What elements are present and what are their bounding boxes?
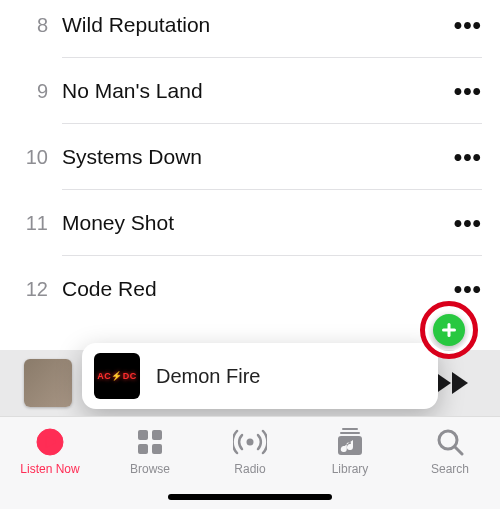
plus-icon: [441, 322, 457, 338]
now-playing-toast[interactable]: AC⚡DC Demon Fire: [82, 343, 438, 409]
more-icon[interactable]: •••: [446, 11, 482, 39]
track-row[interactable]: 9 No Man's Land •••: [0, 58, 482, 124]
track-number: 9: [0, 80, 62, 103]
track-row[interactable]: 11 Money Shot •••: [0, 190, 482, 256]
toast-artwork-text: AC⚡DC: [97, 371, 137, 381]
tab-label: Search: [431, 462, 469, 476]
more-icon[interactable]: •••: [446, 77, 482, 105]
track-number: 12: [0, 278, 62, 301]
tab-label: Radio: [234, 462, 265, 476]
add-button-annotation: [420, 301, 478, 359]
track-row[interactable]: 8 Wild Reputation •••: [0, 0, 482, 58]
search-icon: [436, 426, 464, 458]
svg-rect-5: [138, 444, 148, 454]
toast-artwork: AC⚡DC: [94, 353, 140, 399]
track-title: Money Shot: [62, 211, 446, 235]
svg-rect-3: [138, 430, 148, 440]
now-playing-artwork[interactable]: [24, 359, 72, 407]
radio-icon: [233, 426, 267, 458]
tab-label: Library: [332, 462, 369, 476]
svg-rect-6: [152, 444, 162, 454]
home-indicator[interactable]: [168, 494, 332, 500]
more-icon[interactable]: •••: [446, 275, 482, 303]
more-icon[interactable]: •••: [446, 209, 482, 237]
tab-search[interactable]: Search: [402, 426, 498, 509]
track-number: 10: [0, 146, 62, 169]
tab-label: Listen Now: [20, 462, 79, 476]
tab-label: Browse: [130, 462, 170, 476]
browse-icon: [136, 426, 164, 458]
add-button[interactable]: [433, 314, 465, 346]
tab-listen-now[interactable]: Listen Now: [2, 426, 98, 509]
track-row[interactable]: 10 Systems Down •••: [0, 124, 482, 190]
track-title: Systems Down: [62, 145, 446, 169]
svg-rect-9: [340, 432, 360, 434]
track-row[interactable]: 12 Code Red •••: [0, 256, 482, 322]
listen-now-icon: [35, 426, 65, 458]
svg-point-7: [247, 439, 254, 446]
track-number: 8: [0, 14, 62, 37]
svg-rect-1: [442, 329, 456, 332]
library-icon: [336, 426, 364, 458]
track-title: No Man's Land: [62, 79, 446, 103]
more-icon[interactable]: •••: [446, 143, 482, 171]
svg-rect-8: [342, 428, 358, 430]
svg-rect-4: [152, 430, 162, 440]
track-title: Wild Reputation: [62, 13, 446, 37]
svg-line-12: [455, 447, 462, 454]
track-list: 8 Wild Reputation ••• 9 No Man's Land ••…: [0, 0, 500, 322]
forward-icon[interactable]: [434, 371, 472, 395]
track-title: Code Red: [62, 277, 446, 301]
tab-bar: Listen Now Browse Radio: [0, 416, 500, 509]
toast-title: Demon Fire: [156, 365, 420, 388]
track-number: 11: [0, 212, 62, 235]
